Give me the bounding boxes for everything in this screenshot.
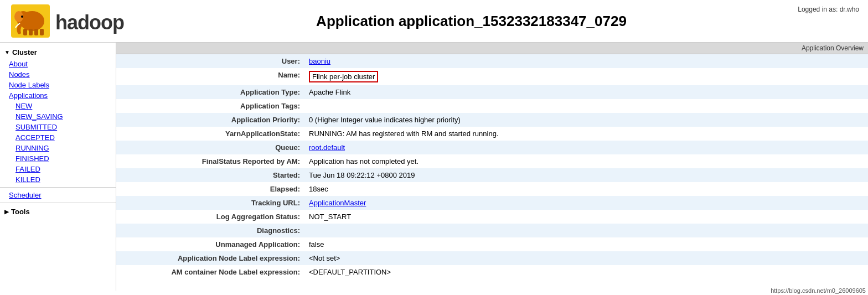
row-value: false <box>304 237 868 251</box>
row-value: <DEFAULT_PARTITION> <box>304 265 868 279</box>
row-value: <Not set> <box>304 251 868 265</box>
row-label: Application Type: <box>116 85 304 99</box>
row-value[interactable]: baoniu <box>304 54 868 68</box>
row-value <box>304 224 868 237</box>
tools-section-header[interactable]: ▶ Tools <box>0 205 116 218</box>
table-row: Elapsed:18sec <box>116 182 868 196</box>
app-overview-header: Application Overview <box>116 43 868 54</box>
row-value: Apache Flink <box>304 85 868 99</box>
row-label: User: <box>116 54 304 68</box>
cluster-label: Cluster <box>12 48 37 56</box>
row-label: Queue: <box>116 141 304 154</box>
sidebar-item-killed[interactable]: KILLED <box>0 174 116 185</box>
application-info-table: User:baoniuName:Flink per-job clusterApp… <box>116 54 868 279</box>
table-row: Log Aggregation Status:NOT_START <box>116 210 868 224</box>
table-row: Application Node Label expression:<Not s… <box>116 251 868 265</box>
table-row: AM container Node Label expression:<DEFA… <box>116 265 868 279</box>
row-value: NOT_START <box>304 210 868 224</box>
row-label: Diagnostics: <box>116 224 304 237</box>
sidebar-item-node-labels[interactable]: Node Labels <box>0 80 116 90</box>
value-link[interactable]: root.default <box>309 143 345 152</box>
row-label: Application Node Label expression: <box>116 251 304 265</box>
row-value: RUNNING: AM has registered with RM and s… <box>304 127 868 141</box>
tools-arrow-icon: ▶ <box>4 209 9 215</box>
logo-area: hadoop <box>11 4 147 38</box>
table-row: Queue:root.default <box>116 141 868 154</box>
row-label: Application Tags: <box>116 99 304 113</box>
info-table-body: User:baoniuName:Flink per-job clusterApp… <box>116 54 868 279</box>
sidebar-item-new-saving[interactable]: NEW_SAVING <box>0 111 116 122</box>
page-header: hadoop Application application_153233218… <box>0 0 868 43</box>
row-label: Elapsed: <box>116 182 304 196</box>
sidebar-item-nodes[interactable]: Nodes <box>0 69 116 80</box>
row-label: Name: <box>116 68 304 85</box>
row-value: 18sec <box>304 182 868 196</box>
highlighted-value: Flink per-job cluster <box>309 71 378 82</box>
cluster-section-header[interactable]: ▼ Cluster <box>0 46 116 59</box>
sidebar-item-running[interactable]: RUNNING <box>0 143 116 153</box>
sidebar-item-submitted[interactable]: SUBMITTED <box>0 122 116 132</box>
sidebar-item-applications[interactable]: Applications <box>0 90 116 101</box>
sidebar-item-scheduler[interactable]: Scheduler <box>0 190 116 200</box>
row-value[interactable]: root.default <box>304 141 868 154</box>
value-link[interactable]: baoniu <box>309 57 330 65</box>
table-row: YarnApplicationState:RUNNING: AM has reg… <box>116 127 868 141</box>
row-label: FinalStatus Reported by AM: <box>116 154 304 168</box>
svg-rect-7 <box>34 29 38 35</box>
sidebar-divider-2 <box>0 203 116 203</box>
cluster-arrow-icon: ▼ <box>4 49 10 55</box>
svg-rect-8 <box>40 29 44 35</box>
table-row: Application Priority:0 (Higher Integer v… <box>116 113 868 127</box>
main-layout: ▼ Cluster About Nodes Node Labels Applic… <box>0 43 868 291</box>
row-label: Unmanaged Application: <box>116 237 304 251</box>
table-row: User:baoniu <box>116 54 868 68</box>
row-value: Flink per-job cluster <box>304 68 868 85</box>
row-label: Tracking URL: <box>116 196 304 210</box>
sidebar-item-about[interactable]: About <box>0 59 116 69</box>
sidebar-item-new[interactable]: NEW <box>0 101 116 111</box>
bottom-url: https://blog.csdn.net/m0_26009605 <box>768 286 868 295</box>
row-value[interactable]: ApplicationMaster <box>304 196 868 210</box>
table-row: Name:Flink per-job cluster <box>116 68 868 85</box>
sidebar: ▼ Cluster About Nodes Node Labels Applic… <box>0 43 116 291</box>
page-title: Application application_1532332183347_07… <box>169 13 857 30</box>
row-value <box>304 99 868 113</box>
row-label: Application Priority: <box>116 113 304 127</box>
content-area: Application Overview User:baoniuName:Fli… <box>116 43 868 291</box>
row-label: AM container Node Label expression: <box>116 265 304 279</box>
hadoop-text: hadoop <box>53 6 147 37</box>
svg-rect-6 <box>29 29 33 35</box>
row-label: YarnApplicationState: <box>116 127 304 141</box>
svg-text:hadoop: hadoop <box>55 11 124 34</box>
sidebar-divider <box>0 187 116 188</box>
table-row: Started:Tue Jun 18 09:22:12 +0800 2019 <box>116 168 868 182</box>
sidebar-item-failed[interactable]: FAILED <box>0 164 116 174</box>
svg-point-4 <box>21 15 23 18</box>
row-value: Application has not completed yet. <box>304 154 868 168</box>
sidebar-item-finished[interactable]: FINISHED <box>0 153 116 164</box>
hadoop-logo <box>11 4 50 38</box>
row-label: Started: <box>116 168 304 182</box>
svg-rect-5 <box>23 29 27 35</box>
table-row: Application Type:Apache Flink <box>116 85 868 99</box>
row-value: 0 (Higher Integer value indicates higher… <box>304 113 868 127</box>
sidebar-item-accepted[interactable]: ACCEPTED <box>0 132 116 143</box>
table-row: FinalStatus Reported by AM:Application h… <box>116 154 868 168</box>
logged-in-text: Logged in as: dr.who <box>798 6 859 13</box>
value-link[interactable]: ApplicationMaster <box>309 199 366 207</box>
table-row: Unmanaged Application:false <box>116 237 868 251</box>
row-value: Tue Jun 18 09:22:12 +0800 2019 <box>304 168 868 182</box>
table-row: Application Tags: <box>116 99 868 113</box>
row-label: Log Aggregation Status: <box>116 210 304 224</box>
table-row: Tracking URL:ApplicationMaster <box>116 196 868 210</box>
table-row: Diagnostics: <box>116 224 868 237</box>
tools-label: Tools <box>11 208 30 216</box>
